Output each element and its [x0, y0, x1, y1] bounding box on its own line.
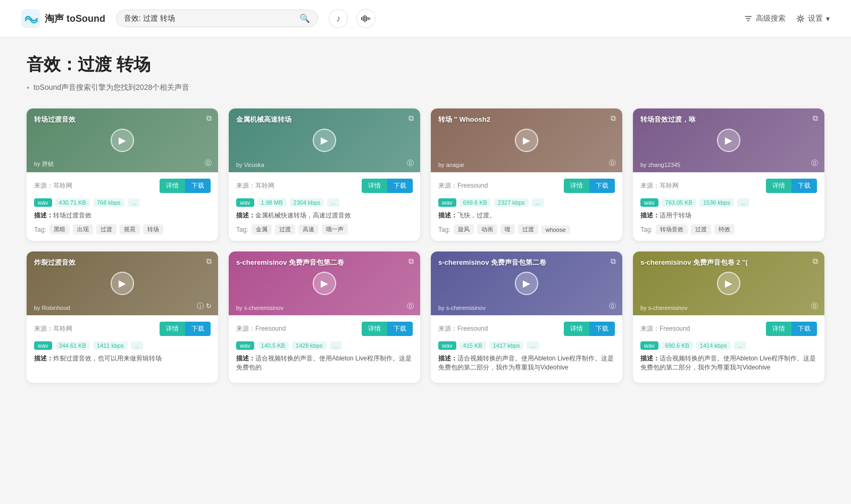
detail-button[interactable]: 详情 [362, 322, 387, 336]
detail-button[interactable]: 详情 [362, 179, 387, 193]
tag-item[interactable]: 出现 [73, 224, 93, 234]
card-source: 来源：耳聆网 [34, 324, 72, 333]
search-icon[interactable]: 🔍 [299, 13, 310, 23]
external-link-icon[interactable]: ⧉ [813, 257, 818, 266]
download-button[interactable]: 下载 [589, 322, 615, 336]
download-button[interactable]: 下载 [185, 322, 211, 336]
svg-rect-5 [368, 17, 369, 20]
play-button[interactable]: ▶ [515, 272, 538, 295]
source-row: 来源：耳聆网 详情 下载 [34, 179, 211, 193]
header: 淘声 toSound 🔍 ♪ 高级搜索 [0, 0, 851, 37]
detail-button[interactable]: 详情 [766, 179, 791, 193]
more-tag[interactable]: ... [128, 198, 140, 207]
external-link-icon[interactable]: ⧉ [206, 114, 212, 123]
play-button[interactable]: ▶ [313, 272, 336, 295]
tag-label: Tag: [236, 226, 248, 233]
tag-item[interactable]: 高速 [298, 224, 319, 234]
tag-item[interactable]: 转场音效 [656, 224, 688, 234]
detail-button[interactable]: 详情 [160, 322, 185, 336]
advanced-search-btn[interactable]: 高级搜索 [744, 14, 786, 23]
more-tag[interactable]: ... [527, 341, 539, 350]
card-author: by Vicuska [236, 162, 264, 168]
play-button[interactable]: ▶ [111, 272, 134, 295]
more-tag[interactable]: ... [131, 341, 143, 350]
download-button[interactable]: 下载 [185, 179, 211, 193]
more-tag[interactable]: ... [532, 198, 544, 207]
tag-item[interactable]: 动画 [477, 224, 497, 234]
tag-item[interactable]: 旋风 [454, 224, 474, 234]
waveform-icon-btn[interactable] [356, 9, 376, 28]
music-icon-btn[interactable]: ♪ [329, 9, 348, 28]
play-button[interactable]: ▶ [313, 129, 336, 152]
card-body: 来源：Freesound 详情 下载 wav 699.6 KB 2327 kbp… [431, 172, 622, 241]
tag-item[interactable]: 黑暗 [49, 224, 70, 234]
card-thumbnail: 炸裂过渡音效 ⧉ ▶ by Robinhood ⓘ ↻ [27, 251, 218, 315]
external-link-icon[interactable]: ⧉ [408, 114, 414, 123]
detail-button[interactable]: 详情 [564, 322, 589, 336]
card-source: 来源：Freesound [438, 324, 488, 333]
card-source: 来源：耳聆网 [34, 181, 72, 190]
play-button[interactable]: ▶ [717, 129, 740, 152]
external-link-icon[interactable]: ⧉ [408, 257, 414, 266]
format-tag: wav [438, 341, 456, 350]
card-thumbnail: s-cheremisinov 免费声音包卷 2 "( ⧉ ▶ by s-cher… [633, 251, 824, 315]
settings-btn[interactable]: 设置 ▾ [796, 14, 830, 23]
card-title: 转场 " Whoosh2 [438, 115, 490, 124]
card-body: 来源：耳聆网 详情 下载 wav 1.98 MB 2304 kbps ... 描… [229, 172, 420, 241]
external-link-icon[interactable]: ⧉ [611, 114, 616, 123]
external-link-icon[interactable]: ⧉ [611, 257, 616, 266]
tag-item[interactable]: 转场 [143, 224, 163, 234]
more-tag[interactable]: ... [327, 198, 339, 207]
download-button[interactable]: 下载 [387, 179, 413, 193]
tag-item[interactable]: whoose [541, 225, 570, 234]
download-button[interactable]: 下载 [387, 322, 413, 336]
more-tag[interactable]: ... [330, 341, 342, 350]
card-actions: 详情 下载 [564, 179, 615, 193]
detail-button[interactable]: 详情 [160, 179, 185, 193]
tag-item[interactable]: 摇晃 [120, 224, 140, 234]
download-button[interactable]: 下载 [589, 179, 615, 193]
svg-rect-2 [363, 16, 364, 21]
tag-item[interactable]: 过渡 [691, 224, 711, 234]
search-input[interactable] [124, 14, 295, 23]
download-button[interactable]: 下载 [791, 179, 817, 193]
card-body: 来源：Freesound 详情 下载 wav 415 KB 1417 kbps … [431, 315, 622, 383]
header-right: 高级搜索 设置 ▾ [744, 14, 830, 23]
logo-text: 淘声 toSound [45, 12, 105, 25]
tag-item[interactable]: 嗖 [500, 224, 515, 234]
card-thumbnail: 金属机械高速转场 ⧉ ▶ by Vicuska ⓪ [229, 108, 420, 172]
tag-item[interactable]: 特效 [714, 224, 735, 234]
card-author: by Robinhood [34, 305, 70, 311]
detail-button[interactable]: 详情 [766, 322, 791, 336]
external-link-icon[interactable]: ⧉ [206, 257, 212, 266]
page-title: 音效：过渡 转场 [27, 53, 824, 77]
tag-item[interactable]: 哦一声 [322, 224, 348, 234]
more-tag[interactable]: ... [737, 198, 749, 207]
tag-item[interactable]: 过渡 [518, 224, 538, 234]
license-icon: ⓪ [407, 158, 414, 168]
sound-card: s-cheremisinov 免费声音包第二卷 ⧉ ▶ by s-cheremi… [229, 251, 420, 383]
external-link-icon[interactable]: ⧉ [813, 114, 818, 123]
tag-item[interactable]: 过渡 [96, 224, 116, 234]
tag-item[interactable]: 过渡 [275, 224, 295, 234]
play-button[interactable]: ▶ [717, 272, 740, 295]
svg-point-10 [799, 17, 802, 20]
play-button[interactable]: ▶ [111, 129, 134, 152]
format-tag: wav [236, 341, 254, 350]
tag-item[interactable]: 金属 [252, 224, 272, 234]
search-bar[interactable]: 🔍 [116, 10, 318, 27]
more-tag[interactable]: ... [734, 341, 746, 350]
download-button[interactable]: 下载 [791, 322, 817, 336]
card-title: 转场音效过渡，咻 [640, 115, 696, 124]
size-tag: 415 KB [460, 341, 486, 350]
card-author: by 胖鱿 [34, 160, 54, 168]
card-body: 来源：Freesound 详情 下载 wav 690.6 KB 1414 kbp… [633, 315, 824, 383]
size-tag: 430.71 KB [55, 198, 90, 207]
detail-button[interactable]: 详情 [564, 179, 589, 193]
tag-row: Tag: 转场音效过渡特效 [640, 224, 817, 234]
bitrate-tag: 1411 kbps [93, 341, 128, 350]
card-description: 描述：金属机械快速转场，高速过渡音效 [236, 211, 413, 220]
card-actions: 详情 下载 [766, 322, 817, 336]
source-row: 来源：Freesound 详情 下载 [640, 322, 817, 336]
play-button[interactable]: ▶ [515, 129, 538, 152]
